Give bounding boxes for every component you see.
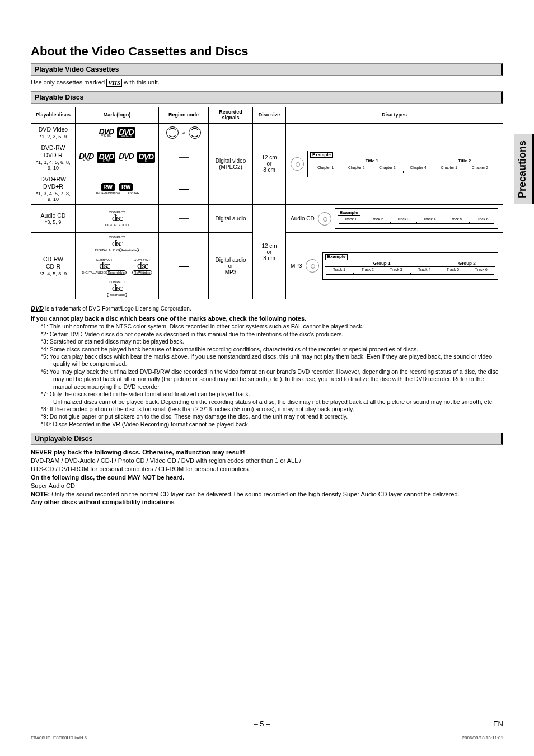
vhs-badge: VHS <box>106 79 122 87</box>
dash3: — <box>179 213 189 224</box>
note-4: *4: Some discs cannot be played back bec… <box>36 346 503 353</box>
row-dvdvideo-logos: DVDVIDEO DVDVIDEO <box>78 127 156 138</box>
note-5: *5: You can play back discs which bear t… <box>36 353 503 368</box>
mp3-example-label: Example <box>325 254 348 260</box>
trademark-text: is a trademark of DVD Format/Logo Licens… <box>44 306 191 312</box>
cassette-text-c: with this unit. <box>124 79 160 86</box>
mp3-label: MP3 <box>291 263 302 269</box>
size-12-8-b: 12 cm or 8 cm <box>253 205 286 299</box>
notes-title: If you cannot play back a disc which bea… <box>31 315 503 322</box>
row-audiocd-sub: *3, 5, 9 <box>34 219 73 225</box>
note-8: *8: If the recorded portion of the disc … <box>36 406 503 413</box>
mini-disc-icon <box>291 157 304 171</box>
recorded-mpeg2: Digital video (MPEG2) <box>209 123 253 204</box>
page-title: About the Video Cassettes and Discs <box>31 44 503 59</box>
unplay-line1: DVD-RAM / DVD-Audio / CD-i / Photo CD / … <box>31 457 503 465</box>
unplay-line2: DTS-CD / DVD-ROM for personal computers … <box>31 465 503 473</box>
unplay-other: Any other discs without compatibility in… <box>31 498 503 506</box>
notes-list: *1: This unit conforms to the NTSC color… <box>31 323 503 428</box>
dash1: — <box>179 152 189 163</box>
top-rule <box>31 34 503 34</box>
row-dvdprw-logos: RW RW <box>78 183 156 191</box>
th-types: Disc types <box>286 107 503 124</box>
recorded-digital-audio-mp3: Digital audio or MP3 <box>209 233 253 299</box>
recorded-digital-audio: Digital audio <box>209 205 253 233</box>
section-cassettes: Playable Video Cassettes <box>31 63 503 76</box>
row-dvdrw-name: DVD-RW DVD-R <box>34 144 73 159</box>
row-cdrw-logos: COMPACTdiscDIGITAL AUDIOReWritable COMPA… <box>78 235 156 297</box>
dash4: — <box>179 260 189 271</box>
section-playable-discs: Playable Discs <box>31 91 503 104</box>
cassette-text-a: Use only cassettes marked <box>31 79 106 86</box>
page-number: – 5 – <box>254 720 270 728</box>
th-discs: Playable discs <box>31 107 76 124</box>
unplay-note: NOTE: Only the sound recorded on the nor… <box>31 490 503 499</box>
mini-disc-icon-cd <box>318 212 331 226</box>
row-audiocd-name: Audio CD <box>34 212 73 220</box>
unplay-note-label: NOTE: <box>31 491 50 497</box>
note-3: *3: Scratched or stained discs may not b… <box>36 338 503 345</box>
types-dvd-diagram: Example Title 1 Title 2 Chapter 1 Chapte… <box>286 123 503 204</box>
cassette-instruction: Use only cassettes marked VHS with this … <box>31 79 503 87</box>
dvd-title1: Title 1 <box>310 159 434 165</box>
row-dvdvideo-region: or <box>159 123 209 142</box>
region-badge-all <box>189 126 201 139</box>
th-size: Disc size <box>253 107 286 124</box>
dash2: — <box>179 183 189 194</box>
side-tab: Precautions <box>514 134 534 204</box>
note-2: *2: Certain DVD-Video discs do not opera… <box>36 331 503 338</box>
th-recorded: Recorded signals <box>209 107 253 124</box>
unplay-warn: NEVER play back the following discs. Oth… <box>31 448 503 457</box>
row-dvdvideo-sub: *1, 2, 3, 5, 9 <box>34 134 73 139</box>
th-region: Region code <box>159 107 209 124</box>
region-or: or <box>180 130 187 135</box>
unplay-sacd: Super Audio CD <box>31 482 503 490</box>
dvd-title2: Title 2 <box>434 159 495 165</box>
note-7: *7: Only the discs recorded in the video… <box>36 391 503 406</box>
section-unplayable: Unplayable Discs <box>31 433 503 445</box>
cd-logo: COMPACT disc DIGITAL AUDIO <box>105 210 129 227</box>
unplay-note-body: Only the sound recorded on the normal CD… <box>50 491 459 497</box>
row-dvdrw-sub: *1, 3, 4, 5, 6, 8, 9, 10 <box>34 159 73 171</box>
note-10: *10: Discs Recorded in the VR (Video Rec… <box>36 421 503 428</box>
page-subfooter: E8A00UD_E8C00UD.indd 5 2006/08/18 13:11:… <box>31 735 503 740</box>
row-dvdrw-logos: DVDR W DVDR W DVDR DVDR <box>78 152 156 163</box>
footer-indd: E8A00UD_E8C00UD.indd 5 <box>31 735 87 740</box>
region-badge-1 <box>166 126 179 139</box>
unplay-sound-warn: On the following disc, the sound MAY NOT… <box>31 473 503 482</box>
cd-label: Audio CD <box>291 215 315 222</box>
playable-discs-table: Playable discs Mark (logo) Region code R… <box>31 107 503 299</box>
th-mark: Mark (logo) <box>76 107 159 124</box>
size-12-8: 12 cm or 8 cm <box>253 123 286 204</box>
note-6: *6: You may play back the unfinalized DV… <box>36 368 503 391</box>
types-mp3-diagram: MP3 Example Group 1 Group 2 Track 1 Trac… <box>286 233 503 299</box>
cd-example-label: Example <box>338 210 360 216</box>
row-dvdprw-name: DVD+RW DVD+R <box>34 176 73 191</box>
trademark: DVD is a trademark of DVD Format/Logo Li… <box>31 305 503 312</box>
note-1: *1: This unit conforms to the NTSC color… <box>36 323 503 330</box>
note-9: *9: Do not glue paper or put stickers on… <box>36 413 503 420</box>
row-dvdprw-sub: *1, 3, 4, 5, 7, 8, 9, 10 <box>34 191 73 202</box>
footer-timestamp: 2006/08/18 13:11:01 <box>462 735 503 740</box>
row-cdrw-name: CD-RW CD-R <box>34 256 73 271</box>
types-cd-diagram: Audio CD Example Track 1 Track 2 Track 3… <box>286 205 503 233</box>
row-cdrw-sub: *3, 4, 5, 8, 9 <box>34 271 73 276</box>
footer-en: EN <box>493 720 503 728</box>
side-tab-label: Precautions <box>517 140 529 198</box>
dvd-example-label: Example <box>310 152 333 158</box>
page-footer: – 5 – EN <box>31 720 503 728</box>
mini-disc-icon-mp3 <box>306 259 319 273</box>
row-dvdvideo-name: DVD-Video <box>34 126 73 134</box>
